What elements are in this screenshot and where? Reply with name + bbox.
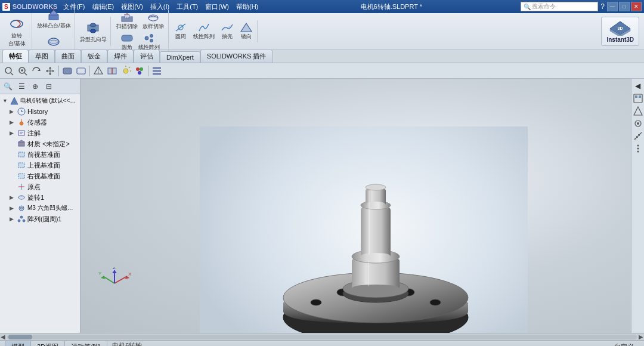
statusbar-right[interactable]: 自定义... (614, 342, 639, 346)
svg-point-14 (150, 34, 153, 37)
tree-history-item[interactable]: ▶ History (8, 106, 79, 117)
tree-revolve1-item[interactable]: ▶ 旋转1 (8, 192, 79, 203)
surfaces-button[interactable]: 抽壳 (219, 21, 236, 41)
statusbar-tab-3dview[interactable]: 3D视图 (31, 341, 65, 346)
minimize-button[interactable]: — (607, 2, 618, 11)
svg-marker-32 (52, 70, 54, 72)
tree-pattern1-item[interactable]: ▶ 阵列(圆周)1 (8, 214, 79, 224)
pattern-button[interactable]: 线性阵列 (137, 32, 162, 52)
hscroll-track (7, 335, 637, 339)
tab-addins[interactable]: SOLIDWORKS 插件 (200, 50, 273, 63)
tree-top-plane-item[interactable]: 上视基准面 (8, 160, 79, 171)
zoom-to-fit-button[interactable] (2, 64, 16, 78)
mold-button[interactable]: 镜向 (238, 21, 255, 41)
instant3d-button[interactable]: 3D Instant3D (601, 17, 639, 46)
section-view-button[interactable] (106, 64, 119, 78)
svg-point-0 (11, 20, 23, 27)
tree-expand-button[interactable]: ⊕ (29, 81, 42, 92)
svg-marker-92 (112, 270, 117, 273)
svg-text:3D: 3D (618, 26, 623, 30)
rsb-measure-button[interactable] (632, 130, 644, 142)
maximize-button[interactable]: □ (619, 2, 630, 11)
search-box[interactable]: 🔍 搜索命令 (521, 2, 598, 11)
hscroll-left-button[interactable]: ◀ (0, 333, 6, 340)
tree-sensors-item[interactable]: ▶ 传感器 (8, 117, 79, 128)
curves-button[interactable]: 线性阵列 (191, 21, 216, 41)
appearance-button[interactable] (133, 64, 146, 78)
zoom-in-button[interactable] (16, 64, 29, 78)
revolve-cut-button[interactable]: 放样切除 (141, 11, 166, 31)
tree-hole1-item[interactable]: ▶ M3 六角凹头螺钉的柱形孔... (8, 203, 79, 214)
menu-help[interactable]: 帮助(H) (233, 1, 262, 13)
tab-weldment[interactable]: 焊件 (107, 50, 134, 63)
horizontal-scrollbar[interactable]: ◀ ▶ (0, 333, 644, 340)
svg-point-15 (150, 39, 153, 42)
hscroll-thumb[interactable] (8, 335, 32, 339)
tree-search-button[interactable]: 🔍 (1, 81, 14, 92)
svg-point-99 (637, 122, 639, 125)
shaded-button[interactable] (61, 64, 74, 78)
rotate-view-button[interactable] (30, 64, 43, 78)
hole-wizard-button[interactable]: 异型孔向导 (79, 18, 108, 45)
tab-dimxpert[interactable]: DimXpert (160, 51, 200, 63)
tab-features[interactable]: 特征 (2, 50, 29, 63)
reference-geo-button[interactable]: 圆周 (172, 21, 189, 41)
svg-point-51 (20, 122, 23, 125)
rsb-view2-button[interactable] (632, 105, 644, 117)
revolve-boss-button[interactable]: 旋转台/基体 (7, 14, 27, 49)
tree-origin-item[interactable]: 原点 (8, 181, 79, 192)
tree-root-item[interactable]: ▼ 电机6转轴 (默认<<默认>显 (1, 95, 79, 106)
extrude-boss-button[interactable]: 放样凸台/基体 (36, 4, 72, 31)
rsb-more-button[interactable] (632, 143, 644, 155)
tab-sheetmetal[interactable]: 钣金 (81, 50, 107, 63)
rsb-settings-button[interactable] (632, 118, 644, 129)
tree-collapse-button[interactable]: ⊟ (42, 81, 55, 92)
cmd-group-cut: 扫描切除 放样切除 圆角 (112, 10, 169, 53)
extrude-cut-icon (120, 12, 134, 23)
close-button[interactable]: ✕ (631, 2, 642, 11)
wireframe-button[interactable] (75, 64, 88, 78)
tab-surface[interactable]: 曲面 (55, 50, 81, 63)
fillet-button[interactable]: 圆角 (119, 32, 135, 52)
menu-tools[interactable]: 工具(T) (173, 1, 202, 13)
svg-text:Z: Z (113, 267, 116, 270)
tab-evaluate[interactable]: 评估 (134, 50, 160, 63)
svg-point-64 (20, 207, 23, 209)
view-orientation-button[interactable] (92, 64, 105, 78)
tree-filter-button[interactable]: ☰ (15, 81, 28, 92)
tab-sketch[interactable]: 草图 (29, 50, 55, 63)
hole-wizard-icon (85, 19, 101, 36)
menu-window[interactable]: 窗口(W) (202, 1, 233, 13)
svg-point-104 (637, 145, 639, 147)
help-icon[interactable]: ? (600, 2, 605, 11)
svg-point-39 (123, 69, 128, 73)
front-plane-icon (17, 150, 26, 159)
mold-label: 镜向 (241, 33, 252, 41)
svg-rect-58 (18, 163, 24, 168)
extrude-icon (45, 5, 62, 22)
svg-marker-30 (49, 73, 51, 75)
tree-annotations-item[interactable]: ▶ 注解 (8, 128, 79, 138)
extrude-cut-button[interactable]: 扫描切除 (114, 11, 140, 31)
svg-point-66 (23, 220, 25, 222)
tree-material-item[interactable]: 材质 <未指定> (8, 138, 79, 149)
viewport[interactable]: X Y Z (80, 79, 631, 333)
material-label: 材质 <未指定> (27, 140, 70, 149)
statusbar-tab-motion[interactable]: 运动算例1 (65, 341, 107, 346)
rsb-view1-button[interactable] (632, 92, 644, 104)
origin-icon (17, 182, 26, 191)
light-button[interactable] (119, 64, 132, 78)
rsb-expand-button[interactable]: ◀ (632, 80, 644, 92)
statusbar-tab-model[interactable]: 模型 (5, 341, 31, 346)
pan-button[interactable] (44, 64, 57, 78)
svg-marker-28 (38, 69, 40, 71)
tree-right-plane-item[interactable]: 右视基准面 (8, 171, 79, 181)
tree-toolbar: 🔍 ☰ ⊕ ⊟ (0, 79, 80, 94)
display-states-button[interactable] (150, 64, 163, 78)
svg-marker-56 (18, 140, 24, 142)
tab-row: 特征 草图 曲面 钣金 焊件 评估 DimXpert SOLIDWORKS 插件 (0, 50, 644, 63)
tree-front-plane-item[interactable]: 前视基准面 (8, 149, 79, 160)
hole-wizard-label: 异型孔向导 (80, 36, 107, 44)
hscroll-right-button[interactable]: ▶ (638, 333, 644, 340)
svg-line-27 (24, 73, 27, 75)
